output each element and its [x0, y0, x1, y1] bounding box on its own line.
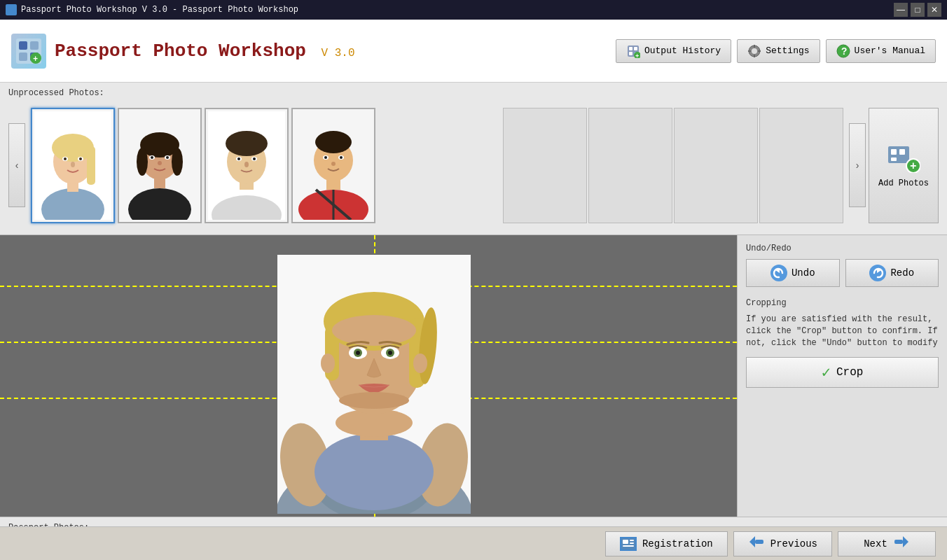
svg-rect-8: [629, 47, 633, 50]
svg-rect-125: [755, 540, 763, 544]
svg-rect-68: [891, 149, 897, 155]
svg-marker-126: [903, 536, 908, 547]
close-button[interactable]: ✕: [927, 3, 941, 17]
app-icon: [6, 4, 17, 15]
title-bar: Passport Photo Workshop V 3.0 - Passport…: [0, 0, 947, 20]
svg-point-65: [340, 156, 343, 159]
unprocessed-strip: ‹: [8, 102, 939, 228]
header: + Passport Photo Workshop V 3.0 + Output: [0, 20, 947, 83]
registration-label: Registration: [642, 538, 713, 550]
svg-point-94: [339, 392, 409, 409]
svg-rect-121: [630, 540, 634, 541]
logo-icon: +: [11, 34, 46, 69]
next-button[interactable]: Next: [838, 531, 936, 556]
svg-point-38: [137, 148, 148, 176]
cropping-description: If you are satisfied with the result, cl…: [746, 314, 939, 349]
svg-point-53: [253, 158, 256, 160]
title-bar-controls: — □ ✕: [894, 3, 941, 17]
unprocessed-photo-4[interactable]: [291, 108, 375, 223]
svg-point-39: [172, 148, 183, 176]
svg-rect-19: [758, 50, 761, 52]
svg-rect-10: [629, 52, 633, 55]
unprocessed-photo-2[interactable]: [118, 108, 202, 223]
minimize-button[interactable]: —: [894, 3, 908, 17]
canvas-photo: [277, 255, 471, 514]
svg-rect-127: [894, 540, 903, 544]
users-manual-label: User's Manual: [855, 46, 925, 56]
svg-point-95: [321, 354, 335, 373]
svg-point-64: [324, 156, 327, 159]
unprocessed-label: Unprocessed Photos:: [8, 88, 939, 98]
output-history-label: Output History: [644, 46, 721, 56]
settings-label: Settings: [766, 46, 809, 56]
svg-rect-17: [754, 55, 755, 57]
svg-marker-124: [749, 536, 755, 547]
redo-label: Redo: [890, 267, 914, 279]
unprocessed-photo-1[interactable]: [31, 108, 115, 223]
redo-icon: [869, 265, 886, 281]
cropping-section: Cropping If you are satisfied with the r…: [746, 298, 939, 388]
svg-text:+: +: [635, 53, 639, 58]
output-history-icon: +: [626, 44, 640, 58]
undo-redo-buttons: Undo Redo: [746, 259, 939, 287]
output-history-button[interactable]: + Output History: [616, 39, 731, 63]
svg-point-96: [413, 354, 427, 373]
photo-thumbnails: [25, 102, 503, 228]
redo-button[interactable]: Redo: [845, 259, 939, 287]
main-area: Undo/Redo Undo: [0, 235, 947, 517]
svg-rect-2: [30, 41, 39, 50]
title-bar-left: Passport Photo Workshop V 3.0 - Passport…: [6, 4, 298, 15]
svg-point-44: [158, 161, 162, 165]
svg-rect-69: [899, 149, 905, 155]
svg-rect-16: [754, 45, 755, 48]
crop-checkmark-icon: ✓: [822, 363, 831, 382]
svg-point-30: [64, 158, 67, 160]
users-manual-icon: ?: [836, 44, 850, 58]
svg-rect-27: [87, 146, 95, 185]
svg-rect-120: [623, 540, 628, 544]
users-manual-button[interactable]: ? User's Manual: [826, 39, 936, 63]
unprocessed-photo-3[interactable]: [205, 108, 289, 223]
next-label: Next: [864, 538, 887, 550]
maximize-button[interactable]: □: [911, 3, 925, 17]
svg-point-52: [237, 158, 240, 160]
previous-icon: [748, 535, 765, 552]
logo-area: + Passport Photo Workshop V 3.0: [11, 34, 354, 69]
crop-button[interactable]: ✓ Crop: [746, 357, 939, 388]
settings-icon: [747, 44, 761, 58]
logo-version: V 3.0: [321, 47, 354, 59]
add-photos-button[interactable]: + Add Photos: [869, 108, 939, 223]
canvas-area[interactable]: [0, 235, 737, 517]
svg-point-79: [314, 433, 434, 510]
undo-label: Undo: [792, 267, 815, 279]
title-bar-text: Passport Photo Workshop V 3.0 - Passport…: [21, 5, 298, 15]
svg-point-49: [226, 131, 268, 156]
svg-rect-122: [630, 542, 634, 544]
svg-rect-70: [891, 158, 897, 161]
header-buttons: + Output History Settings: [616, 39, 936, 63]
next-icon: [893, 535, 910, 552]
unprocessed-next-button[interactable]: ›: [849, 123, 866, 207]
registration-button[interactable]: Registration: [605, 531, 728, 556]
svg-point-66: [331, 162, 336, 166]
previous-label: Previous: [770, 538, 817, 550]
undo-redo-label: Undo/Redo: [746, 244, 939, 253]
svg-text:+: +: [910, 160, 917, 173]
svg-point-54: [244, 162, 249, 167]
cropping-label: Cropping: [746, 298, 939, 308]
svg-point-61: [315, 131, 352, 153]
add-photos-label: Add Photos: [878, 178, 929, 188]
registration-icon: [620, 537, 637, 551]
svg-point-31: [79, 158, 82, 160]
settings-button[interactable]: Settings: [737, 39, 820, 63]
undo-icon: [770, 265, 787, 281]
unprocessed-section: Unprocessed Photos: ‹: [0, 83, 947, 235]
svg-rect-9: [634, 47, 637, 50]
logo-text-area: Passport Photo Workshop V 3.0: [55, 41, 354, 62]
previous-button[interactable]: Previous: [733, 531, 832, 556]
svg-point-93: [388, 351, 392, 355]
unprocessed-prev-button[interactable]: ‹: [8, 123, 25, 207]
svg-text:?: ?: [841, 46, 847, 57]
undo-button[interactable]: Undo: [746, 259, 840, 287]
svg-text:+: +: [33, 55, 38, 64]
